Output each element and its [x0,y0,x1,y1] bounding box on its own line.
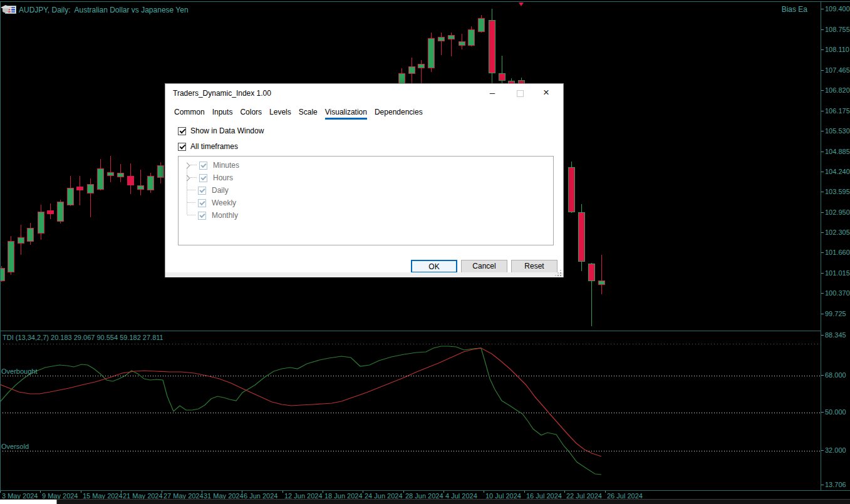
date-tick [403,491,404,493]
date-tick [81,491,81,493]
timeframes-tree[interactable]: MinutesHoursDailyWeeklyMonthly [178,156,554,245]
tree-item-daily[interactable]: Daily [179,184,553,197]
tab-inputs[interactable]: Inputs [212,106,233,120]
tab-common[interactable]: Common [174,106,205,120]
candle [598,255,604,294]
tab-scale[interactable]: Scale [299,106,318,120]
checkbox[interactable] [199,162,207,170]
overbought-label: Overbought [1,368,37,375]
price-tick [821,192,824,192]
tab-dependencies[interactable]: Dependencies [375,106,423,120]
candle [428,33,434,72]
candle [127,163,133,194]
price-label: 99.725 [825,310,846,317]
tree-item-label: Minutes [213,161,239,170]
price-tick [821,450,824,451]
tree-item-label: Daily [212,186,229,195]
price-tick [821,293,824,294]
checkbox-all-timeframes[interactable]: All timeframes [178,142,238,151]
chevron-right-icon[interactable] [184,175,190,181]
price-tick [821,111,824,111]
candle [478,15,484,33]
sell-arrow-icon [519,3,524,6]
tree-item-minutes[interactable]: Minutes [179,159,553,172]
tree-item-weekly[interactable]: Weekly [179,197,553,209]
tree-connector [187,215,195,216]
date-axis[interactable]: 3 May 20249 May 202415 May 202421 May 20… [0,491,850,499]
reset-button[interactable]: Reset [511,260,557,273]
ea-name-label: Bias Ea [782,5,807,14]
price-axis-border [821,1,821,490]
top-border [0,1,850,2]
checkbox-label: Show in Data Window [190,126,264,135]
price-tick [821,335,824,336]
price-tick [821,375,824,376]
price-label: 50.000 [825,408,846,416]
candle [588,263,594,326]
tdi-separator[interactable] [0,331,821,331]
price-label: 102.950 [825,208,850,216]
candle [459,34,465,49]
checkbox[interactable] [198,199,206,207]
tab-colors[interactable]: Colors [240,106,262,120]
date-tick [121,491,122,493]
tree-item-label: Monthly [212,211,238,220]
checkbox[interactable] [199,174,207,182]
cancel-button[interactable]: Cancel [461,260,507,273]
oversold-label: Oversold [1,443,29,450]
tdi-green-line [0,346,601,475]
price-tick [821,212,824,213]
candle [18,225,24,255]
price-tick [821,9,824,9]
date-tick [564,491,565,493]
candle [87,178,93,217]
candle [489,9,495,88]
ok-button[interactable]: OK [411,260,457,273]
date-tick [363,491,363,493]
price-tick [821,252,824,253]
tree-item-monthly[interactable]: Monthly [179,209,553,222]
minimize-icon[interactable]: – [482,84,503,103]
candle [157,162,163,183]
price-tick [821,29,824,30]
checkbox-show-in-data-window[interactable]: Show in Data Window [178,126,264,135]
candle [117,164,123,182]
price-label: 109.400 [825,5,850,13]
candle [147,173,153,193]
candle [8,236,14,275]
graduation-cap-icon[interactable] [0,4,11,14]
close-icon[interactable]: × [536,84,557,103]
date-tick [162,491,162,493]
price-tick [821,232,824,233]
active-chart-tab[interactable] [0,500,57,504]
candle [137,170,143,195]
candle [97,159,103,190]
candle [0,266,4,282]
symbol-title: AUDJPY, Daily: Australian Dollar vs Japa… [19,6,189,14]
price-tick [821,90,824,91]
checkbox[interactable] [198,187,206,195]
price-label: 100.370 [825,289,850,297]
candle [67,176,73,206]
tree-item-label: Hours [213,173,233,182]
tree-item-hours[interactable]: Hours [179,172,553,184]
price-label: 32.000 [825,446,846,454]
checkbox[interactable] [198,212,206,220]
tdi-indicator-values: TDI (13,34,2,7) 20.183 29.067 90.554 59.… [3,334,163,341]
price-tick [821,412,824,413]
date-tick [282,491,283,493]
date-tick [524,491,525,493]
candle [107,156,113,182]
tab-levels[interactable]: Levels [269,106,291,120]
checkbox[interactable] [178,143,186,151]
dialog-titlebar[interactable]: Traders_Dynamic_Index 1.00 – × [165,84,563,103]
chevron-right-icon[interactable] [184,162,190,168]
candle [76,176,83,205]
price-label: 102.305 [825,229,850,236]
checkbox[interactable] [178,127,186,135]
candle [448,33,454,56]
tab-visualization[interactable]: Visualization [325,106,367,120]
maximize-icon[interactable] [509,84,531,103]
price-label: 107.465 [825,66,850,74]
resize-grip-icon[interactable] [555,270,561,276]
